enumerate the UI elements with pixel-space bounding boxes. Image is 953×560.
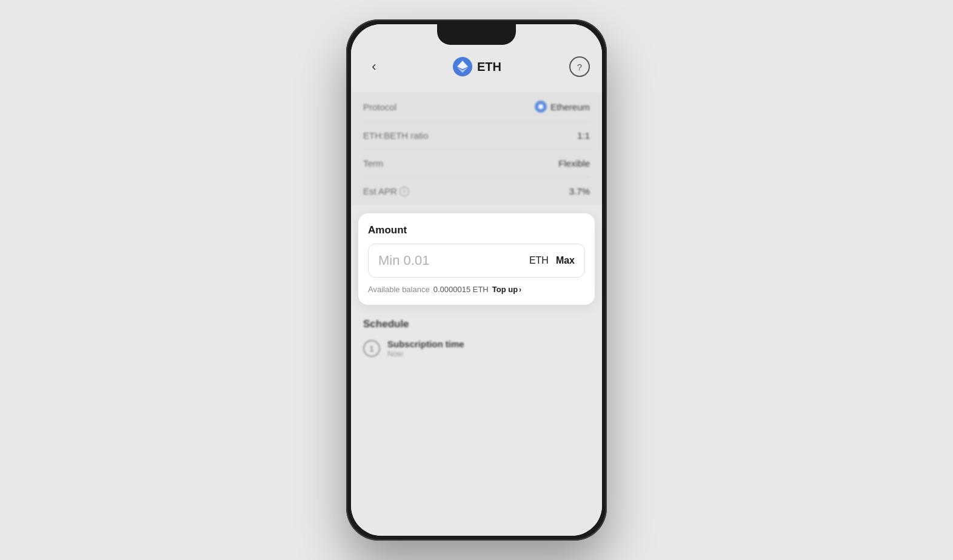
balance-row: Available balance 0.0000015 ETH Top up ›: [368, 285, 585, 294]
topup-chevron-icon: ›: [519, 285, 521, 294]
eth-svg: [457, 61, 468, 73]
ratio-value: 1:1: [577, 130, 590, 141]
schedule-title: Schedule: [363, 318, 590, 330]
amount-card: Amount Min 0.01 ETH Max Available balanc…: [358, 213, 595, 305]
top-up-button[interactable]: Top up ›: [492, 285, 521, 294]
phone-screen: ‹ ETH ? Protocol: [351, 24, 602, 536]
protocol-label: Protocol: [363, 102, 396, 112]
page-title: ETH: [477, 60, 501, 74]
step-1-content: Subscription time Now: [387, 339, 590, 358]
amount-label: Amount: [368, 224, 585, 236]
ratio-label: ETH:BETH ratio: [363, 130, 429, 141]
back-icon: ‹: [372, 59, 376, 75]
ethereum-icon: [535, 101, 547, 113]
step-1-subtitle: Now: [387, 349, 590, 358]
eth-logo-icon: [453, 57, 472, 76]
term-row: Term Flexible: [363, 150, 590, 178]
apr-label: Est APR i: [363, 186, 409, 196]
screen-content: ‹ ETH ? Protocol: [351, 24, 602, 536]
max-button[interactable]: Max: [556, 255, 575, 266]
step-1-title: Subscription time: [387, 339, 590, 349]
protocol-row: Protocol Ethereum: [363, 92, 590, 122]
apr-value: 3.7%: [569, 186, 590, 196]
apr-row: Est APR i 3.7%: [363, 178, 590, 205]
term-value: Flexible: [558, 158, 590, 168]
header-title: ETH: [453, 57, 501, 76]
balance-amount: 0.0000015 ETH: [433, 285, 489, 294]
amount-input-container[interactable]: Min 0.01 ETH Max: [368, 244, 585, 278]
apr-info-icon: i: [400, 187, 409, 196]
protocol-value: Ethereum: [535, 101, 590, 113]
help-icon: ?: [577, 62, 582, 72]
ratio-row: ETH:BETH ratio 1:1: [363, 122, 590, 150]
back-button[interactable]: ‹: [363, 56, 385, 78]
notch: [437, 24, 516, 45]
schedule-section: Schedule 1 Subscription time Now: [351, 308, 602, 358]
info-section: Protocol Ethereum ETH:BETH ratio 1:1 Ter…: [351, 92, 602, 205]
svg-marker-0: [457, 61, 468, 69]
phone-frame: ‹ ETH ? Protocol: [346, 19, 607, 541]
schedule-item-1: 1 Subscription time Now: [363, 339, 590, 358]
step-1-circle: 1: [363, 340, 380, 357]
help-button[interactable]: ?: [569, 56, 590, 77]
available-balance-label: Available balance: [368, 285, 430, 294]
amount-input-placeholder: Min 0.01: [378, 253, 529, 268]
amount-currency: ETH: [529, 255, 549, 266]
term-label: Term: [363, 158, 383, 168]
